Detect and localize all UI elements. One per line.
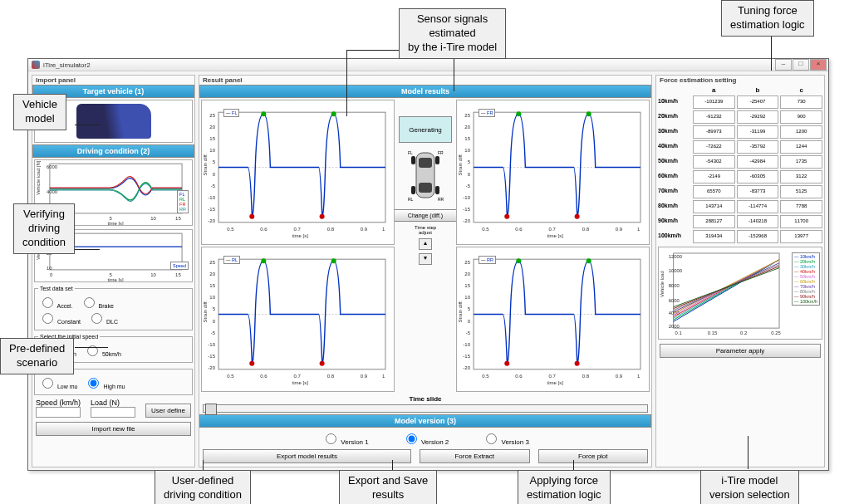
force-cell[interactable]: -91232 [693, 110, 735, 124]
force-cell[interactable]: 7788 [780, 200, 822, 213]
force-cell[interactable]: -72622 [693, 140, 735, 154]
import-panel: Import panel Target vehicle (1) Driving … [32, 75, 195, 467]
force-cell[interactable]: 13977 [780, 230, 822, 243]
force-plot-button[interactable]: Force plot [538, 449, 649, 463]
svg-rect-71 [411, 156, 415, 164]
force-cell[interactable]: -35792 [737, 140, 779, 154]
radio-accel[interactable]: Accel. [38, 295, 73, 309]
force-cell[interactable]: 1244 [780, 140, 822, 154]
force-cell[interactable]: -60305 [737, 170, 779, 183]
model-results-header: Model results [199, 85, 651, 98]
timestep-down-button[interactable]: ▾ [419, 253, 432, 265]
import-new-file-button[interactable]: Import new file [36, 422, 191, 436]
svg-text:12000: 12000 [669, 254, 683, 259]
force-panel: Force estimation setting abc10km/h-10123… [655, 75, 825, 467]
svg-point-43 [320, 214, 325, 219]
callout-predefined: Pre-definedscenario [0, 338, 74, 374]
force-cell[interactable]: 5125 [780, 185, 822, 198]
close-button[interactable]: × [810, 59, 827, 71]
force-extract-button[interactable]: Force Extract [420, 449, 530, 463]
force-cell[interactable]: 11700 [780, 215, 822, 228]
generating-button[interactable]: Generating [399, 116, 452, 143]
strain-plot-RR: Strain diff.2520151050-5-10-15-200.50.60… [456, 247, 650, 392]
svg-text:time [s]: time [s] [108, 221, 125, 225]
svg-point-100 [587, 111, 591, 116]
svg-text:0.8: 0.8 [327, 227, 335, 232]
svg-text:0.5: 0.5 [482, 374, 489, 379]
force-cell[interactable]: -152968 [737, 230, 779, 243]
force-cell[interactable]: -29292 [737, 110, 779, 124]
svg-text:0: 0 [468, 172, 471, 177]
radio-version2[interactable]: Version 2 [402, 431, 449, 446]
svg-text:20: 20 [464, 272, 470, 276]
svg-text:Strain diff.: Strain diff. [458, 300, 463, 322]
timestep-up-button[interactable]: ▴ [419, 238, 432, 250]
force-cell[interactable]: 288127 [693, 215, 735, 228]
svg-text:0.6: 0.6 [260, 227, 267, 232]
force-cell[interactable]: -42984 [737, 155, 779, 169]
svg-point-125 [504, 361, 509, 366]
force-panel-title: Force estimation setting [656, 76, 824, 85]
force-cell[interactable]: 1735 [780, 155, 822, 169]
radio-brake[interactable]: Brake [80, 295, 114, 309]
force-cell[interactable]: 730 [780, 95, 822, 109]
strain-plot-FL: Strain diff.2520151050-5-10-15-200.50.60… [201, 100, 395, 245]
force-cell[interactable]: 900 [780, 110, 822, 124]
svg-text:6000: 6000 [47, 164, 58, 169]
svg-text:0.6: 0.6 [515, 374, 523, 379]
callout-version-sel: i-Tire modelversion selection [700, 470, 799, 504]
force-col-header: a [693, 86, 735, 94]
radio-version1[interactable]: Version 1 [321, 431, 369, 446]
force-cell[interactable]: -140218 [737, 215, 779, 228]
svg-text:-20: -20 [463, 218, 470, 223]
load-input[interactable] [91, 407, 135, 418]
radio-low-mu[interactable]: Low mu [38, 375, 77, 389]
svg-rect-70 [419, 183, 432, 193]
parameter-apply-button[interactable]: Parameter apply [660, 344, 821, 358]
svg-text:-10: -10 [463, 195, 470, 200]
svg-text:-20: -20 [208, 365, 215, 370]
speed-input[interactable] [36, 407, 81, 418]
minimize-button[interactable]: – [775, 59, 792, 71]
svg-text:time [s]: time [s] [292, 380, 308, 385]
force-col-header: b [737, 86, 779, 94]
callout-sensor: Sensor signalsestimatedby the i-Tire mod… [399, 8, 506, 59]
force-row-label: 40km/h [658, 140, 691, 154]
force-cell[interactable]: 143714 [693, 200, 735, 213]
force-row-label: 60km/h [658, 170, 691, 183]
radio-version3[interactable]: Version 3 [482, 431, 529, 446]
svg-text:5: 5 [468, 159, 471, 164]
force-cell[interactable]: -89973 [693, 125, 735, 139]
maximize-button[interactable]: □ [793, 59, 809, 71]
force-cell[interactable]: -54302 [693, 155, 735, 169]
force-cell[interactable]: -83773 [737, 185, 779, 198]
svg-text:1: 1 [382, 374, 385, 379]
change-button[interactable]: Change (diff.) [394, 209, 457, 222]
force-cell[interactable]: -101239 [693, 95, 735, 109]
force-cell[interactable]: 3122 [780, 170, 822, 183]
svg-text:-10: -10 [208, 195, 215, 200]
force-cell[interactable]: 1200 [780, 125, 822, 139]
export-results-button[interactable]: Export model results [203, 449, 411, 463]
radio-constant[interactable]: Constant [38, 311, 81, 325]
force-row-label: 100km/h [658, 230, 691, 243]
force-cell[interactable]: 319434 [693, 230, 735, 243]
svg-rect-69 [419, 158, 432, 168]
svg-text:25: 25 [209, 113, 215, 118]
time-slide[interactable] [203, 404, 648, 413]
callout-vehicle-model: Vehiclemodel [13, 94, 66, 130]
force-cell[interactable]: 65570 [693, 185, 735, 198]
user-define-button[interactable]: User define [145, 404, 191, 418]
svg-point-124 [587, 258, 591, 263]
radio-high-mu[interactable]: High mu [84, 375, 125, 389]
force-cell[interactable]: -2149 [693, 170, 735, 183]
vehicle-image [76, 104, 151, 139]
force-plot-legend: — 10km/h— 20km/h— 30km/h— 40km/h— 50km/h… [792, 252, 820, 306]
radio-50kmh[interactable]: 50km/h [83, 343, 121, 357]
svg-text:1: 1 [637, 227, 640, 232]
force-cell[interactable]: -25407 [737, 95, 779, 109]
radio-dlc[interactable]: DLC [87, 311, 118, 325]
force-cell[interactable]: -114774 [737, 200, 779, 213]
svg-text:RL: RL [408, 197, 414, 202]
force-cell[interactable]: -31199 [737, 125, 779, 139]
